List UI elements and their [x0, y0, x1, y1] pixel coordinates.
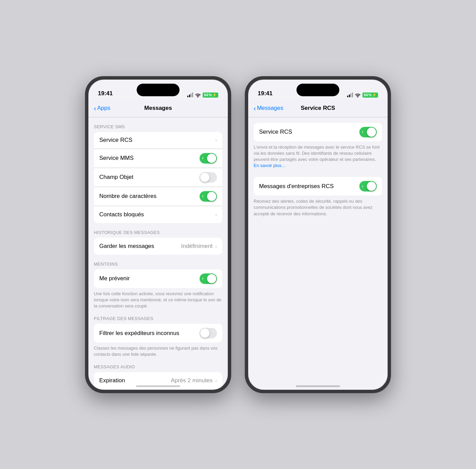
phone-1: 19:41 84%⚡ ‹ Apps Messag	[85, 76, 231, 393]
toggle-mms[interactable]: I	[200, 153, 217, 164]
status-time: 19:41	[98, 90, 113, 98]
toggle-knob-entreprises-rcs	[367, 182, 376, 191]
settings-group-rcs-2: Messages d'entreprises RCS I	[254, 177, 382, 196]
dynamic-island	[137, 84, 180, 96]
battery-level-2: 84	[364, 93, 368, 97]
wifi-icon-2	[355, 93, 360, 97]
row-entreprises-rcs[interactable]: Messages d'entreprises RCS I	[254, 177, 382, 196]
row-right-garder: Indéfiniment ›	[181, 243, 217, 250]
section-header-audio: MESSAGES AUDIO	[88, 357, 228, 372]
battery-badge-2: 84%⚡	[362, 93, 378, 98]
home-indicator-2	[296, 385, 340, 387]
back-label-2: Messages	[257, 105, 283, 112]
section-header-historique: HISTORIQUE DES MESSAGES	[88, 223, 228, 238]
toggle-me-prevenir[interactable]: I	[200, 273, 217, 284]
row-service-mms[interactable]: Service MMS I	[94, 149, 222, 168]
wifi-icon	[195, 93, 201, 97]
settings-group-rcs-1: Service RCS I	[254, 123, 382, 141]
row-label-champ-objet: Champ Objet	[99, 174, 200, 181]
battery-badge: 84%⚡	[203, 93, 218, 98]
home-indicator-1	[136, 385, 180, 387]
row-filtrer-expediteurs[interactable]: Filtrer les expéditeurs inconnus	[94, 324, 222, 342]
row-label-contacts-bloques: Contacts bloqués	[99, 211, 215, 218]
row-label-me-prevenir: Me prévenir	[99, 275, 200, 282]
toggle-knob-nombre-caracteres	[207, 192, 216, 201]
chevron-right-icon-2: ›	[215, 212, 217, 217]
back-label-1: Apps	[97, 105, 111, 112]
back-button-2[interactable]: ‹ Messages	[254, 105, 283, 112]
row-value-garder: Indéfiniment	[181, 243, 213, 250]
row-nombre-caracteres[interactable]: Nombre de caractères I	[94, 187, 222, 206]
row-value-expiration: Après 2 minutes	[171, 377, 213, 384]
chevron-right-icon-3: ›	[215, 244, 217, 249]
toggle-knob-rcs	[367, 128, 376, 137]
description-rcs: L'envoi et la réception de messages avec…	[248, 141, 388, 169]
row-label-expiration: Expiration	[99, 377, 171, 384]
row-contacts-bloques[interactable]: Contacts bloqués ›	[94, 206, 222, 223]
row-label-entreprises-rcs: Messages d'entreprises RCS	[259, 183, 359, 190]
row-service-rcs[interactable]: Service RCS ›	[94, 132, 222, 149]
row-rcs-toggle[interactable]: Service RCS I	[254, 123, 382, 141]
back-button-1[interactable]: ‹ Apps	[94, 105, 110, 112]
phone-2: 19:41 84%⚡ ‹ Messages Se	[245, 76, 391, 393]
nav-title-2: Service RCS	[301, 105, 335, 112]
scroll-content-1: SERVICE SMS Service RCS › Service MMS I	[88, 117, 228, 390]
row-right-rcs: ›	[215, 137, 217, 143]
toggle-champ-objet[interactable]	[200, 172, 217, 183]
row-right-contacts: ›	[215, 212, 217, 217]
toggle-nombre-caracteres[interactable]: I	[200, 191, 217, 202]
nav-bar-2: ‹ Messages Service RCS	[248, 100, 388, 117]
battery-percent: %	[208, 93, 212, 97]
description-filtrage: Classez les messages des personnes ne fi…	[88, 342, 228, 357]
chevron-right-icon-4: ›	[215, 378, 217, 383]
nav-title-1: Messages	[144, 105, 172, 112]
toggle-filtrer-expediteurs[interactable]	[200, 328, 217, 338]
section-header-filtrage: FILTRAGE DES MESSAGES	[88, 309, 228, 324]
toggle-entreprises-rcs[interactable]: I	[359, 181, 377, 191]
lightning-icon-2: ⚡	[372, 93, 377, 97]
toggle-rcs[interactable]: I	[359, 127, 377, 137]
lightning-icon: ⚡	[212, 93, 217, 97]
row-label-garder-messages: Garder les messages	[99, 243, 181, 250]
signal-bars-icon-2	[347, 93, 353, 97]
toggle-knob-champ-objet	[200, 173, 209, 182]
status-time-2: 19:41	[258, 90, 272, 98]
settings-group-filtrage: Filtrer les expéditeurs inconnus	[94, 324, 222, 342]
description-entreprises-rcs: Recevez des alertes, codes de sécurité, …	[248, 196, 388, 217]
row-label-filtrer-expediteurs: Filtrer les expéditeurs inconnus	[99, 330, 200, 337]
chevron-left-icon-2: ‹	[254, 105, 256, 112]
chevron-right-icon: ›	[215, 137, 217, 143]
row-label-nombre-caracteres: Nombre de caractères	[99, 193, 200, 200]
row-champ-objet[interactable]: Champ Objet	[94, 168, 222, 187]
description-mentions: Une fois cette fonction activée, vous re…	[88, 288, 228, 309]
dynamic-island-2	[296, 84, 339, 96]
toggle-knob-filtrer	[200, 329, 209, 338]
toggle-knob-me-prevenir	[207, 274, 216, 283]
status-icons: 84%⚡	[187, 93, 218, 98]
rcs-learn-more-link[interactable]: En savoir plus…	[254, 163, 286, 168]
section-header-mentions: MENTIONS	[88, 255, 228, 269]
nav-bar-1: ‹ Apps Messages	[88, 100, 228, 117]
row-garder-messages[interactable]: Garder les messages Indéfiniment ›	[94, 238, 222, 255]
row-label-service-mms: Service MMS	[99, 155, 200, 162]
chevron-left-icon: ‹	[94, 105, 96, 112]
row-label-rcs-toggle: Service RCS	[259, 129, 359, 135]
settings-group-sms: Service RCS › Service MMS I Champ Objet	[94, 132, 222, 223]
toggle-knob-mms	[207, 154, 216, 163]
battery-percent-2: %	[368, 93, 372, 97]
section-header-sms: SERVICE SMS	[88, 117, 228, 132]
status-icons-2: 84%⚡	[347, 93, 378, 98]
row-right-expiration: Après 2 minutes ›	[171, 377, 217, 384]
signal-bars-icon	[187, 93, 193, 97]
settings-group-historique: Garder les messages Indéfiniment ›	[94, 238, 222, 255]
settings-group-mentions: Me prévenir I	[94, 269, 222, 288]
scroll-content-2: Service RCS I L'envoi et la réception de…	[248, 117, 388, 390]
row-me-prevenir[interactable]: Me prévenir I	[94, 269, 222, 288]
row-label-service-rcs: Service RCS	[99, 137, 215, 144]
battery-level: 84	[204, 93, 208, 97]
